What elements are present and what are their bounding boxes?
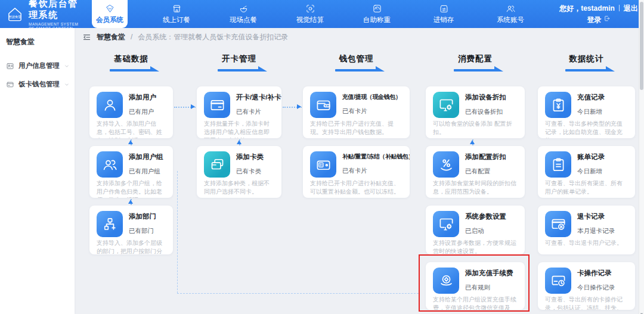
card-description: 可以给食堂的设备添加 配置折扣。 — [433, 120, 518, 136]
card-add-recharge-fee[interactable]: 添加充值手续费已有规则支持给某个用户组设置充值手续费，充值途径包含微信充值及现.… — [426, 262, 525, 310]
card-meta: 充值记录今日新增 — [577, 92, 605, 118]
column-title: 开卡管理 — [222, 54, 256, 64]
card-top: 充值记录今日新增 — [545, 92, 628, 118]
divider — [619, 5, 620, 11]
card-description: 支持添加多种类，根据不同用户选择不同卡。 — [204, 179, 274, 196]
card-meta: 添加卡类已有卡类 — [236, 151, 264, 178]
card-top: 添加充值手续费已有规则 — [433, 268, 518, 294]
card-recharge-records[interactable]: 充值记录今日新增可查看、导出多种类型的充值记录，比如自助充值、现金充值、... — [538, 86, 635, 138]
card-top: 系统参数设置已启动 — [433, 211, 518, 237]
wallet-icon — [310, 92, 336, 118]
card-add-card-type[interactable]: 添加卡类已有卡类支持添加多种类，根据不同用户选择不同卡。 — [197, 146, 281, 198]
member-system-dashboard: 智慧食堂 餐饮后台管理系统 MANAGEMENT SYSTEM OF SMART… — [0, 0, 644, 314]
card-description: 可查看、导出所有的卡操作记录，包括认证、冻结、挂失、作废等。 — [545, 296, 628, 310]
device-gear-icon — [433, 92, 459, 118]
scrollbar-down-button[interactable] — [639, 308, 644, 313]
logout-icon — [602, 15, 611, 22]
connector-configdiscount-to-devicediscount — [472, 139, 473, 145]
card-recharge-withdraw[interactable]: 充值/提现（现金钱包）已有卡片支持给已开卡用户进行充值、提现。支持导出用户钱包数… — [303, 86, 410, 138]
user-area: 您好，testadmin退出登录 — [559, 0, 644, 28]
card-title: 添加用户 — [129, 93, 156, 102]
sidebar-title: 智慧食堂 — [0, 28, 75, 57]
card-open-return-reissue-card[interactable]: 开卡/退卡/补卡已有卡片支持批量开卡，添加卡时选择用户输入相应信息即可开卡。支持… — [197, 86, 281, 138]
card-status: 已有用户 — [129, 108, 156, 116]
logo-badge-text: 智慧食堂 — [8, 14, 21, 18]
breadcrumb-current: 会员系统：管理就餐人员饭卡充值设备折扣记录 — [138, 32, 288, 42]
card-card-operation-records[interactable]: 卡操作记录今日操作记录可查看、导出所有的卡操作记录，包括认证、冻结、挂失、作废等… — [538, 262, 635, 310]
nav-menu: 会员系统线上订餐现场点餐视觉结算自助称重进销存系统账号 — [92, 0, 559, 28]
card-meta: 添加充值手续费已有规则 — [465, 268, 513, 294]
card-top: 添加部门已有部门 — [97, 211, 166, 237]
header-arrow-bar — [335, 69, 378, 71]
sidebar-item-label: 饭卡钱包管理 — [18, 80, 60, 89]
card-description: 支持设置参考数据，方便常规运营时的快速设置。 — [433, 239, 518, 254]
nav-item-inventory[interactable]: 进销存 — [426, 0, 462, 28]
card-icon — [204, 92, 230, 118]
card-description: 支持给已开卡用户进行充值、提现。支持导出用户钱包数据。 — [310, 120, 402, 136]
wallet-subsidy-icon: 补 — [310, 151, 336, 178]
card-card-return-records[interactable]: 退卡记录本月退卡记录可查看、导出退卡用户记录。 — [538, 206, 635, 254]
collapse-sidebar-icon[interactable] — [82, 33, 91, 42]
connector-department-to-usergroup — [131, 199, 132, 205]
column-header-wallet-management: 钱包管理 — [303, 54, 410, 86]
sidebar-item-card-wallet-management[interactable]: 饭卡钱包管理 — [0, 75, 75, 94]
users-icon — [97, 151, 123, 178]
card-status: 已有规则 — [465, 284, 513, 292]
header-arrow-bar — [565, 69, 608, 71]
column-consumption-config: 消费配置添加设备折扣已有设备折扣可以给食堂的设备添加 配置折扣。添加配置折扣已有… — [426, 54, 525, 314]
card-description: 支持批量开卡，添加卡时选择用户输入相应信息即可开卡。支持挂... — [204, 120, 274, 138]
card-title: 充值记录 — [577, 93, 605, 102]
card-top: 添加用户已有用户 — [97, 92, 166, 118]
scale-icon — [372, 4, 382, 14]
connector-usergroup-to-fee-vertical — [177, 171, 178, 293]
breadcrumb-root[interactable]: 智慧食堂 — [97, 32, 125, 42]
nav-item-onsite-order[interactable]: 现场点餐 — [225, 0, 261, 28]
scrollbar-thumb[interactable] — [640, 2, 643, 90]
card-bill-records[interactable]: 账单记录今日新增可查看、导出所有渠道、所有用户的账单记录。 — [538, 146, 635, 198]
connector-adduser-to-opencard — [174, 107, 196, 108]
sidebar-item-user-info-management[interactable]: 用户信息管理 — [0, 57, 75, 75]
card-meta: 添加用户组已有用户组 — [129, 151, 163, 178]
nav-item-online-order[interactable]: 线上订餐 — [159, 0, 194, 28]
nav-item-label: 会员系统 — [96, 15, 123, 24]
card-top: 添加配置折扣已有配置 — [433, 151, 518, 178]
card-add-config-discount[interactable]: 添加配置折扣已有配置支持添加食堂某时间段的折扣信息，应用范围为设备。 — [426, 146, 525, 198]
card-title: 充值/提现（现金钱包） — [342, 93, 401, 101]
card-status: 本月退卡记录 — [577, 227, 615, 235]
accounts-icon — [506, 4, 516, 14]
nav-item-self-weighing[interactable]: 自助称重 — [359, 0, 395, 28]
card-add-department[interactable]: 添加部门已有部门支持导入、添加多个层级的部门，把用户按部门分类。比如人事部... — [89, 206, 173, 254]
card-meta: 退卡记录本月退卡记录 — [577, 211, 615, 237]
nav-item-label: 视觉结算 — [296, 15, 324, 24]
card-meta: 账单记录今日新增 — [577, 151, 605, 178]
card-add-user-group[interactable]: 添加用户组已有用户组支持添加多个用户组，给用户作角色归类。比如老师、学生、经理.… — [89, 146, 173, 198]
nav-item-system-account[interactable]: 系统账号 — [493, 0, 528, 28]
card-title: 添加部门 — [129, 212, 156, 221]
user-icon — [97, 92, 123, 118]
card-add-device-discount[interactable]: 添加设备折扣已有设备折扣可以给食堂的设备添加 配置折扣。 — [426, 86, 525, 138]
nav-item-label: 现场点餐 — [230, 15, 257, 24]
nav-item-label: 进销存 — [434, 15, 454, 24]
card-system-parameters[interactable]: 系统参数设置已启动支持设置参考数据，方便常规运营时的快速设置。 — [426, 206, 525, 254]
card-description: 支持给某个用户组设置充值手续费，充值途径包含微信充值及现... — [433, 296, 518, 310]
app-subtitle: MANAGEMENT SYSTEM OF SMART CANTEEN — [29, 22, 82, 30]
column-header-data-statistics: 数据统计 — [538, 54, 635, 86]
card-title: 卡操作记录 — [577, 269, 615, 278]
card-meta: 添加配置折扣已有配置 — [465, 151, 506, 178]
card-description: 支持导入、添加多个层级的部门，把用户按部门分类。比如人事部... — [97, 239, 166, 254]
nav-item-label: 线上订餐 — [163, 15, 190, 24]
connector-opencard-to-recharge — [283, 107, 302, 108]
card-add-user[interactable]: 添加用户已有用户支持导入、添加用户信息，包括工号、密码、姓名、性别、电话。 — [89, 86, 173, 138]
svg-text:补: 补 — [319, 163, 323, 166]
card-status: 今日新增 — [577, 167, 605, 176]
cards-icon — [204, 151, 230, 178]
column-title: 钱包管理 — [339, 54, 374, 64]
card-subsidy-reset-freeze[interactable]: 补补贴/重置/冻结（补贴钱包）已有卡片支持给已开卡用户进行补贴充值、可以重置补贴… — [303, 146, 410, 198]
nav-item-member-system[interactable]: 会员系统 — [92, 0, 128, 28]
header-arrow-bar — [218, 69, 261, 71]
nav-item-vision-checkout[interactable]: 视觉结算 — [292, 0, 328, 28]
card-top: 卡操作记录今日操作记录 — [545, 268, 628, 294]
card-title: 添加用户组 — [129, 153, 163, 161]
connector-usergroup-to-user — [131, 139, 132, 145]
column-header-basic-data: 基础数据 — [89, 54, 173, 86]
